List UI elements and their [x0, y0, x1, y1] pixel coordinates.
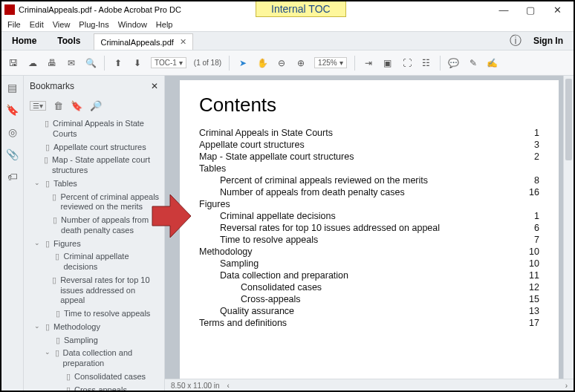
document-viewport[interactable]: Contents Criminal Appeals in State Court… [165, 76, 574, 379]
toc-row[interactable]: Appellate court structures3 [199, 139, 539, 151]
bookmark-item[interactable]: ▯Time to resolve appeals [27, 307, 160, 321]
toc-row[interactable]: Cross-appeals15 [199, 293, 539, 305]
fullscreen-icon[interactable]: ⛶ [401, 58, 413, 68]
toc-row[interactable]: Criminal appellate decisions1 [199, 210, 539, 222]
rail-thumbnails-icon[interactable]: ▤ [7, 82, 17, 94]
rail-bookmarks-icon[interactable]: 🔖 [6, 104, 19, 116]
toc-row[interactable]: Quality assurance13 [199, 305, 539, 317]
menu-edit[interactable]: Edit [30, 20, 44, 29]
save-icon[interactable]: 🖫 [7, 58, 19, 68]
menu-view[interactable]: View [53, 20, 71, 29]
toc-row[interactable]: Time to resolve appeals7 [199, 234, 539, 246]
toc-list: Criminal Appeals in State Courts1Appella… [199, 127, 539, 329]
vertical-scrollbar[interactable] [563, 76, 574, 379]
toc-page: 15 [519, 294, 539, 304]
bookmark-new-icon[interactable]: 🔖 [71, 100, 82, 111]
cloud-icon[interactable]: ☁ [27, 58, 39, 68]
toc-page: 2 [519, 151, 539, 162]
toc-page: 10 [519, 246, 539, 257]
reading-icon[interactable]: ☷ [420, 58, 432, 68]
toc-row[interactable]: Criminal Appeals in State Courts1 [199, 127, 539, 139]
bookmark-item[interactable]: ▯Reversal rates for top 10 issues addres… [27, 274, 160, 307]
page-down-icon[interactable]: ⬇ [131, 58, 143, 68]
bookmark-item[interactable]: ▯Consolidated cases [27, 370, 160, 384]
hand-tool-icon[interactable]: ✋ [256, 58, 268, 68]
bookmarks-close-icon[interactable]: ✕ [151, 81, 158, 91]
bookmark-ribbon-icon: ▯ [55, 348, 59, 359]
bookmark-item[interactable]: ▯Criminal Appeals in State Courts [27, 117, 160, 141]
toc-row[interactable]: Consolidated cases12 [199, 281, 539, 293]
zoom-level[interactable]: 125%▾ [314, 57, 347, 68]
tab-document[interactable]: CriminalAppeals.pdf ✕ [94, 33, 192, 50]
chevron-down-icon[interactable]: ⌄ [45, 348, 51, 356]
mail-icon[interactable]: ✉ [65, 58, 77, 68]
help-icon[interactable]: ⓘ [508, 32, 523, 50]
toc-row[interactable]: Methodology10 [199, 246, 539, 258]
sign-in-button[interactable]: Sign In [523, 32, 574, 50]
bookmark-item[interactable]: ▯Percent of criminal appeals reviewed on… [27, 191, 160, 215]
menu-file[interactable]: File [7, 20, 21, 29]
fit-width-icon[interactable]: ⇥ [363, 58, 374, 68]
toc-row[interactable]: Number of appeals from death penalty cas… [199, 186, 539, 198]
bookmark-item[interactable]: ▯Cross-appeals [27, 384, 160, 393]
chevron-down-icon[interactable]: ⌄ [34, 179, 42, 187]
bookmark-delete-icon[interactable]: 🗑 [53, 100, 63, 111]
fit-page-icon[interactable]: ▣ [382, 58, 394, 68]
bookmark-ribbon-icon: ▯ [45, 119, 49, 129]
status-right-icon[interactable]: › [565, 382, 568, 390]
rail-tags-icon[interactable]: 🏷 [7, 171, 18, 183]
bookmark-ribbon-icon: ▯ [52, 275, 56, 286]
bookmark-item[interactable]: ▯Map - State appellate court structures [27, 154, 160, 177]
chevron-down-icon[interactable]: ⌄ [34, 322, 42, 330]
rail-attachments-icon[interactable]: 📎 [6, 148, 19, 160]
comment-icon[interactable]: 💬 [448, 58, 460, 68]
scroll-thumb[interactable] [565, 79, 572, 160]
bookmark-find-icon[interactable]: 🔎 [90, 100, 102, 111]
bookmarks-title: Bookmarks [30, 81, 74, 91]
tab-home[interactable]: Home [1, 32, 47, 50]
sign-icon[interactable]: ✍ [487, 58, 498, 68]
bookmark-item[interactable]: ▯Number of appeals from death penalty ca… [27, 214, 160, 238]
tab-close-icon[interactable]: ✕ [180, 37, 186, 47]
highlight-icon[interactable]: ✎ [467, 58, 479, 68]
page-up-icon[interactable]: ⬆ [112, 58, 124, 68]
toc-row[interactable]: Sampling10 [199, 258, 539, 270]
search-icon[interactable]: 🔍 [85, 58, 97, 68]
toc-row[interactable]: Figures [199, 198, 539, 210]
bookmark-options-icon[interactable]: ☰▾ [30, 101, 46, 111]
print-icon[interactable]: 🖶 [46, 58, 58, 68]
toc-row[interactable]: Data collection and preparation11 [199, 270, 539, 281]
menu-help[interactable]: Help [156, 20, 173, 29]
bookmark-label: Appellate court structures [53, 143, 146, 153]
rail-target-icon[interactable]: ◎ [8, 126, 17, 138]
zoom-in-icon[interactable]: ⊕ [295, 58, 307, 68]
bookmark-label: Sampling [64, 336, 98, 346]
bookmark-item[interactable]: ⌄▯Tables [27, 177, 160, 191]
menubar: File Edit View Plug-Ins Window Help [1, 18, 574, 31]
chevron-down-icon[interactable]: ⌄ [34, 239, 42, 247]
toc-row[interactable]: Tables [199, 163, 539, 174]
close-button[interactable]: ✕ [544, 4, 571, 16]
menu-plugins[interactable]: Plug-Ins [79, 20, 108, 29]
toc-row[interactable]: Terms and definitions17 [199, 317, 539, 329]
maximize-button[interactable]: ▢ [517, 4, 544, 16]
select-tool-icon[interactable]: ➤ [237, 58, 249, 68]
minimize-button[interactable]: — [490, 4, 517, 16]
bookmark-item[interactable]: ▯Sampling [27, 334, 160, 347]
toc-row[interactable]: Reversal rates for top 10 issues address… [199, 222, 539, 234]
toc-title: Reversal rates for top 10 issues address… [199, 223, 519, 233]
status-left-icon[interactable]: ‹ [227, 382, 230, 390]
toc-row[interactable]: Percent of criminal appeals reviewed on … [199, 174, 539, 186]
menu-window[interactable]: Window [118, 20, 147, 29]
toc-page: 12 [519, 282, 539, 293]
bookmark-item[interactable]: ⌄▯Figures [27, 238, 160, 251]
bookmark-item[interactable]: ⌄▯Data collection and preparation [27, 347, 160, 370]
bookmark-item[interactable]: ▯Criminal appellate decisions [27, 250, 160, 274]
tab-tools[interactable]: Tools [47, 32, 91, 50]
bookmark-item[interactable]: ⌄▯Methodology [27, 321, 160, 334]
toc-selector[interactable]: TOC-1▾ [151, 57, 186, 68]
toc-row[interactable]: Map - State appellate court structures2 [199, 151, 539, 163]
zoom-out-icon[interactable]: ⊖ [276, 58, 288, 68]
toc-page: 13 [519, 306, 539, 316]
bookmark-item[interactable]: ▯Appellate court structures [27, 141, 160, 154]
